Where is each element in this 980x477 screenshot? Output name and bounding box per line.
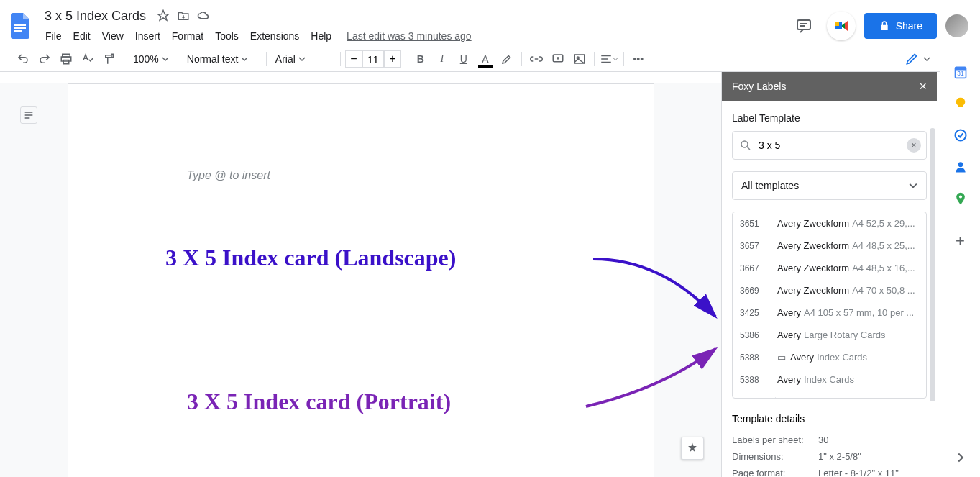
menu-file[interactable]: File [40,27,67,45]
panel-title: Foxy Labels [732,81,786,92]
template-row[interactable]: 3425AveryA4 105 x 57 mm, 10 per ... [733,301,926,324]
menu-edit[interactable]: Edit [68,27,96,45]
increase-font-button[interactable]: + [384,50,401,68]
app-header: 3 x 5 Index Cards File Edit View Insert … [0,0,980,46]
insert-placeholder: Type @ to insert [187,169,270,182]
comment-history-icon[interactable] [789,12,818,40]
pencil-icon [905,52,919,66]
redo-button[interactable] [35,49,55,69]
highlight-button[interactable] [497,49,517,69]
last-edit[interactable]: Last edit was 3 minutes ago [347,30,472,42]
print-button[interactable] [56,49,76,69]
share-label: Share [896,20,922,32]
keep-icon[interactable] [953,96,968,111]
cloud-status-icon[interactable] [196,9,211,23]
underline-button[interactable]: U [454,49,474,69]
spellcheck-button[interactable] [78,49,98,69]
template-row[interactable]: 5388AveryIndex Cards [733,368,926,391]
close-panel-button[interactable]: × [919,79,927,94]
svg-rect-2 [14,30,22,32]
menu-view[interactable]: View [97,27,129,45]
details-heading: Template details [732,413,927,424]
maps-icon[interactable] [953,191,968,206]
align-button[interactable] [599,49,619,69]
template-row[interactable]: 5386AveryLarge Rotary Cards [733,324,926,346]
insert-link-button[interactable] [526,49,546,69]
share-button[interactable]: Share [864,13,937,39]
document-page[interactable]: Type @ to insert [68,83,654,477]
header-actions: Share [789,12,968,40]
page-icon: ▭ [777,352,786,363]
menu-tools[interactable]: Tools [210,27,244,45]
svg-text:31: 31 [957,70,964,77]
meet-icon[interactable] [827,12,856,40]
account-avatar[interactable] [945,14,968,37]
template-row[interactable]: 3667Avery ZweckformA4 48,5 x 16,... [733,257,926,279]
chevron-down-icon [909,181,917,190]
template-row[interactable]: 5388▭AveryIndex Cards [733,346,926,368]
toolbar: 100% Normal text Arial − 11 + B I U A ••… [0,46,980,72]
calendar-icon[interactable]: 31 [953,65,968,79]
paint-format-button[interactable] [99,49,119,69]
text-color-button[interactable]: A [475,49,495,69]
menu-format[interactable]: Format [167,27,209,45]
font-size-input[interactable]: 11 [362,50,384,68]
undo-button[interactable] [13,49,33,69]
section-label: Label Template [732,112,927,124]
svg-point-15 [958,162,963,167]
star-icon[interactable] [156,9,170,23]
menu-insert[interactable]: Insert [130,27,165,45]
chevron-down-icon [162,55,169,63]
chevron-down-icon [241,55,248,63]
menu-bar: File Edit View Insert Format Tools Exten… [40,27,789,45]
chevron-down-icon [298,55,306,63]
svg-rect-3 [797,20,810,29]
side-rail: 31 + [940,50,980,477]
menu-help[interactable]: Help [306,27,336,45]
decrease-font-button[interactable]: − [345,50,362,68]
panel-header: Foxy Labels × [722,72,937,101]
font-size-control: − 11 + [345,50,401,68]
move-icon[interactable] [176,9,191,23]
menu-extensions[interactable]: Extensions [245,27,304,45]
template-row[interactable]: 61504AverySurface Safe™ Durable l... [733,391,926,399]
explore-button[interactable] [681,437,704,460]
docs-logo[interactable] [6,12,35,40]
svg-point-16 [958,195,961,198]
mode-dropdown[interactable] [897,49,938,69]
svg-rect-1 [14,27,26,29]
hide-side-panel-button[interactable] [956,453,966,463]
get-addons-button[interactable]: + [956,232,965,250]
search-icon [739,139,752,152]
more-button[interactable]: ••• [628,49,649,69]
document-column: Type @ to insert 3 X 5 Index card (Lands… [0,72,721,477]
add-comment-button[interactable] [548,49,568,69]
search-input[interactable] [732,131,927,160]
lock-icon [879,20,890,32]
zoom-dropdown[interactable]: 100% [129,50,173,68]
show-outline-button[interactable] [20,106,37,124]
chevron-down-icon [923,55,930,63]
template-row[interactable]: 3651Avery ZweckformA4 52,5 x 29,... [733,212,926,235]
template-row[interactable]: 3657Avery ZweckformA4 48,5 x 25,... [733,235,926,257]
svg-rect-0 [14,24,26,26]
italic-button[interactable]: I [432,49,452,69]
chevron-down-icon [613,56,618,62]
template-details: Template details Labels per sheet:30 Dim… [732,413,927,477]
font-dropdown[interactable]: Arial [271,50,336,68]
template-filter-dropdown[interactable]: All templates [732,171,927,200]
svg-point-10 [741,141,748,147]
clear-search-button[interactable]: × [907,138,921,153]
workspace: Type @ to insert 3 X 5 Index card (Lands… [0,72,937,477]
template-list: 3651Avery ZweckformA4 52,5 x 29,... 3657… [732,212,927,399]
contacts-icon[interactable] [953,160,968,174]
horizontal-ruler[interactable] [0,72,721,83]
addon-panel: Foxy Labels × Label Template × All templ… [721,72,937,477]
paragraph-style-dropdown[interactable]: Normal text [183,50,262,68]
tasks-icon[interactable] [953,128,968,142]
scrollbar[interactable] [930,128,935,401]
insert-image-button[interactable] [569,49,590,69]
doc-title[interactable]: 3 x 5 Index Cards [40,7,150,25]
bold-button[interactable]: B [411,49,431,69]
template-row[interactable]: 3669Avery ZweckformA4 70 x 50,8 ... [733,279,926,301]
